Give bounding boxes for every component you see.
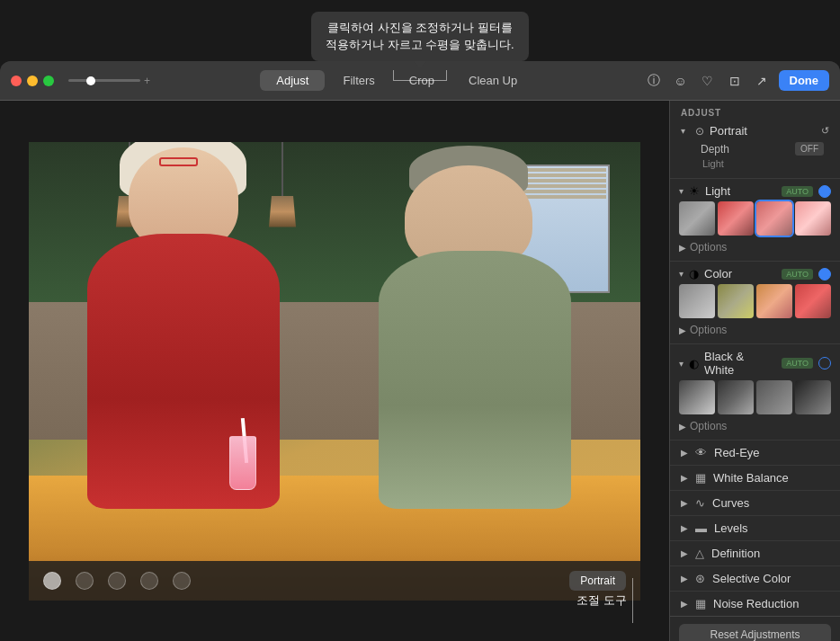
bottom-annotation-text: 조절 도구 bbox=[576, 592, 627, 609]
bw-options-row[interactable]: ▶ Options bbox=[679, 418, 831, 434]
nav-icon-5[interactable] bbox=[173, 572, 191, 590]
selective-color-icon: ⊛ bbox=[695, 572, 705, 585]
light-header: ▾ ☀ Light AUTO bbox=[679, 184, 831, 198]
bw-toggle[interactable] bbox=[818, 357, 831, 369]
light-thumbnails bbox=[679, 201, 831, 236]
minimize-button[interactable] bbox=[27, 76, 38, 86]
photo-bottom-bar: Portrait bbox=[29, 561, 640, 601]
portrait-reset-icon[interactable]: ↺ bbox=[821, 125, 829, 137]
nav-icon-portrait[interactable] bbox=[43, 572, 61, 590]
emoji-icon[interactable]: ☺ bbox=[671, 71, 691, 91]
selective-color-item[interactable]: ▶ ⊛ Selective Color bbox=[670, 565, 840, 591]
portrait-section: ▾ ⊙ Portrait ↺ Depth OFF Light bbox=[670, 121, 840, 178]
photo-container: Portrait bbox=[29, 142, 640, 601]
definition-chevron-icon: ▶ bbox=[681, 548, 688, 558]
color-thumb-2[interactable] bbox=[718, 284, 754, 318]
person-left bbox=[59, 165, 335, 509]
color-options-chevron-icon: ▶ bbox=[679, 325, 686, 335]
white-balance-icon: ▦ bbox=[695, 471, 706, 485]
noise-reduction-label: Noise Reduction bbox=[713, 597, 799, 610]
light-thumb-4[interactable] bbox=[795, 201, 831, 236]
levels-item[interactable]: ▶ ▬ Levels bbox=[670, 515, 840, 540]
bw-thumb-4[interactable] bbox=[795, 380, 831, 414]
light-thumb-2[interactable] bbox=[718, 201, 754, 236]
portrait-label: Portrait bbox=[710, 124, 816, 138]
person-right bbox=[353, 178, 610, 508]
color-thumb-3[interactable] bbox=[756, 284, 792, 318]
white-balance-label: White Balance bbox=[713, 471, 789, 485]
tab-filters[interactable]: Filters bbox=[326, 70, 390, 91]
color-toggle[interactable] bbox=[818, 268, 831, 280]
light-section: ▾ ☀ Light AUTO ▶ Options bbox=[670, 178, 840, 261]
red-eye-label: Red-Eye bbox=[714, 446, 760, 459]
color-chevron-icon: ▾ bbox=[679, 269, 684, 279]
right-panel: ADJUST ▾ ⊙ Portrait ↺ Depth OFF Light ▾ bbox=[669, 101, 840, 641]
photo-area: Portrait bbox=[0, 101, 669, 641]
bw-thumb-1[interactable] bbox=[679, 380, 715, 414]
levels-icon: ▬ bbox=[695, 521, 707, 535]
tab-adjust[interactable]: Adjust bbox=[260, 70, 325, 91]
done-button[interactable]: Done bbox=[779, 70, 830, 91]
color-auto-badge: AUTO bbox=[782, 269, 813, 280]
maximize-button[interactable] bbox=[43, 76, 54, 86]
noise-reduction-icon: ▦ bbox=[695, 597, 706, 610]
bw-chevron-icon: ▾ bbox=[679, 359, 684, 369]
light-thumb-1[interactable] bbox=[679, 201, 715, 236]
white-balance-item[interactable]: ▶ ▦ White Balance bbox=[670, 465, 840, 490]
tooltip-line2: 적용하거나 자르고 수평을 맞춥니다. bbox=[326, 38, 514, 51]
levels-label: Levels bbox=[714, 521, 748, 535]
bw-header: ▾ ◐ Black & White AUTO bbox=[679, 350, 831, 377]
definition-icon: △ bbox=[695, 547, 704, 560]
light-auto-badge: AUTO bbox=[782, 186, 813, 197]
noise-reduction-item[interactable]: ▶ ▦ Noise Reduction bbox=[670, 591, 840, 616]
color-thumb-4[interactable] bbox=[795, 284, 831, 318]
bw-section: ▾ ◐ Black & White AUTO ▶ Options bbox=[670, 343, 840, 440]
nav-icon-3[interactable] bbox=[108, 572, 126, 590]
crop-icon[interactable]: ⊡ bbox=[725, 71, 745, 91]
reset-adjustments-button[interactable]: Reset Adjustments bbox=[679, 624, 831, 641]
reset-btn-area: Reset Adjustments bbox=[670, 616, 840, 641]
tooltip-box: 클릭하여 사진을 조정하거나 필터를 적용하거나 자르고 수평을 맞춥니다. bbox=[311, 12, 528, 61]
curves-icon: ∿ bbox=[695, 496, 705, 510]
selective-color-label: Selective Color bbox=[712, 572, 791, 585]
definition-item[interactable]: ▶ △ Definition bbox=[670, 540, 840, 565]
selective-color-chevron-icon: ▶ bbox=[681, 574, 688, 583]
heart-icon[interactable]: ♡ bbox=[698, 71, 718, 91]
nav-icon-2[interactable] bbox=[76, 572, 94, 590]
red-eye-chevron-icon: ▶ bbox=[681, 448, 688, 458]
bottom-annotation: 조절 도구 bbox=[576, 578, 633, 623]
light-thumb-3[interactable] bbox=[756, 201, 792, 236]
titlebar-right: ⓘ ☺ ♡ ⊡ ↗ Done bbox=[644, 70, 830, 91]
portrait-row: ▾ ⊙ Portrait ↺ bbox=[679, 121, 831, 140]
traffic-lights bbox=[11, 76, 54, 86]
zoom-slider[interactable]: + bbox=[68, 75, 150, 87]
curves-item[interactable]: ▶ ∿ Curves bbox=[670, 490, 840, 515]
share-icon[interactable]: ↗ bbox=[752, 71, 772, 91]
portrait-icon: ⊙ bbox=[695, 125, 704, 138]
depth-off-badge: OFF bbox=[795, 142, 824, 156]
close-button[interactable] bbox=[11, 76, 22, 86]
levels-chevron-icon: ▶ bbox=[681, 523, 688, 533]
bw-thumb-2[interactable] bbox=[718, 380, 754, 414]
light-options-row[interactable]: ▶ Options bbox=[679, 239, 831, 255]
color-section: ▾ ◑ Color AUTO ▶ Options bbox=[670, 261, 840, 343]
light-toggle[interactable] bbox=[818, 185, 831, 198]
color-thumb-1[interactable] bbox=[679, 284, 715, 318]
depth-row: Depth OFF bbox=[693, 140, 831, 157]
person-right-body bbox=[379, 251, 571, 508]
color-options-row[interactable]: ▶ Options bbox=[679, 322, 831, 338]
red-eye-item[interactable]: ▶ 👁 Red-Eye bbox=[670, 440, 840, 465]
nav-icon-4[interactable] bbox=[140, 572, 158, 590]
bw-options-chevron-icon: ▶ bbox=[679, 422, 686, 432]
noise-reduction-chevron-icon: ▶ bbox=[681, 599, 688, 609]
bw-options-label: Options bbox=[690, 420, 727, 432]
bottom-annotation-line bbox=[632, 578, 633, 623]
light-sublabel: Light bbox=[679, 157, 831, 173]
milkshake bbox=[225, 418, 261, 490]
slider-thumb bbox=[86, 76, 95, 85]
info-icon[interactable]: ⓘ bbox=[644, 71, 664, 91]
tab-cleanup[interactable]: Clean Up bbox=[452, 70, 533, 91]
bw-thumb-3[interactable] bbox=[756, 380, 792, 414]
red-eye-icon: 👁 bbox=[695, 446, 707, 459]
color-circle-icon: ◑ bbox=[689, 267, 699, 280]
